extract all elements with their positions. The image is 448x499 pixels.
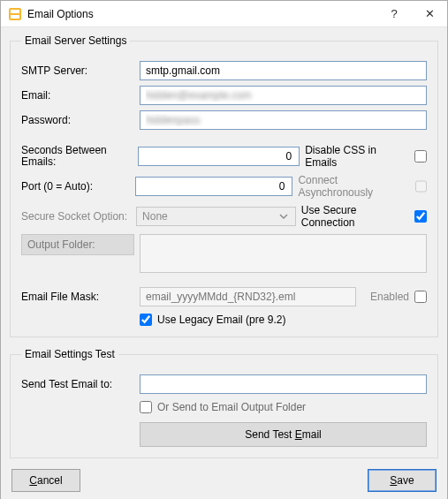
use-secure-checkbox-wrap[interactable]: Use Secure Connection — [301, 204, 427, 229]
output-folder-label: Output Folder: — [21, 234, 134, 255]
help-icon: ? — [391, 7, 397, 20]
send-test-email-button[interactable]: Send Test Email — [140, 422, 427, 447]
help-button[interactable]: ? — [376, 1, 412, 27]
smtp-server-label: SMTP Server: — [21, 64, 134, 77]
email-label: Email: — [21, 89, 134, 102]
send-test-to-input[interactable] — [140, 374, 427, 394]
svg-rect-2 — [11, 15, 19, 19]
save-button[interactable]: Save — [368, 469, 437, 492]
email-file-mask-input — [140, 287, 356, 306]
connect-async-checkbox-wrap: Connect Asynchronously — [298, 174, 427, 199]
seconds-between-label: Seconds Between Emails: — [21, 145, 133, 168]
window-title: Email Options — [27, 8, 376, 20]
dialog-footer: Cancel Save — [10, 469, 438, 492]
mask-enabled-checkbox[interactable] — [414, 291, 427, 303]
use-secure-checkbox[interactable] — [414, 210, 427, 223]
port-label: Port (0 = Auto): — [21, 180, 130, 193]
or-send-output-checkbox[interactable] — [140, 401, 152, 413]
secure-socket-label: Secure Socket Option: — [21, 210, 131, 223]
port-input[interactable] — [135, 177, 293, 196]
app-icon — [8, 7, 22, 21]
email-settings-test-group: Email Settings Test Send Test Email to: … — [10, 348, 438, 458]
disable-css-label: Disable CSS in Emails — [305, 144, 409, 169]
svg-rect-1 — [11, 10, 19, 13]
secure-socket-value: None — [142, 210, 168, 223]
use-legacy-checkbox[interactable] — [140, 314, 152, 326]
password-input[interactable] — [140, 110, 427, 130]
email-file-mask-label: Email File Mask: — [21, 291, 134, 303]
or-send-output-label: Or Send to Email Output Folder — [157, 401, 306, 413]
connect-async-label: Connect Asynchronously — [298, 174, 409, 199]
email-options-dialog: Email Options ? ✕ Email Server Settings … — [0, 0, 448, 499]
server-legend: Email Server Settings — [21, 34, 130, 47]
disable-css-checkbox-wrap[interactable]: Disable CSS in Emails — [305, 144, 427, 169]
mask-enabled-label: Enabled — [370, 291, 409, 303]
smtp-server-input[interactable] — [140, 61, 427, 80]
chevron-down-icon — [276, 208, 292, 225]
titlebar: Email Options ? ✕ — [1, 1, 447, 27]
output-folder-input — [140, 234, 427, 273]
close-icon: ✕ — [425, 7, 435, 20]
mask-enabled-checkbox-wrap[interactable]: Enabled — [370, 291, 427, 303]
connect-async-checkbox — [415, 180, 427, 193]
close-button[interactable]: ✕ — [412, 1, 447, 27]
seconds-between-input[interactable] — [138, 147, 300, 166]
send-test-to-label: Send Test Email to: — [21, 378, 134, 390]
email-input[interactable] — [140, 86, 427, 105]
use-legacy-label: Use Legacy Email (pre 9.2) — [157, 314, 285, 326]
disable-css-checkbox[interactable] — [414, 150, 427, 163]
cancel-button[interactable]: Cancel — [11, 469, 80, 492]
use-secure-label: Use Secure Connection — [301, 204, 410, 229]
secure-socket-select: None — [136, 207, 296, 226]
client-area: Email Server Settings SMTP Server: Email… — [1, 27, 447, 499]
test-legend: Email Settings Test — [21, 348, 118, 360]
email-server-settings-group: Email Server Settings SMTP Server: Email… — [10, 34, 438, 337]
password-label: Password: — [21, 114, 134, 126]
